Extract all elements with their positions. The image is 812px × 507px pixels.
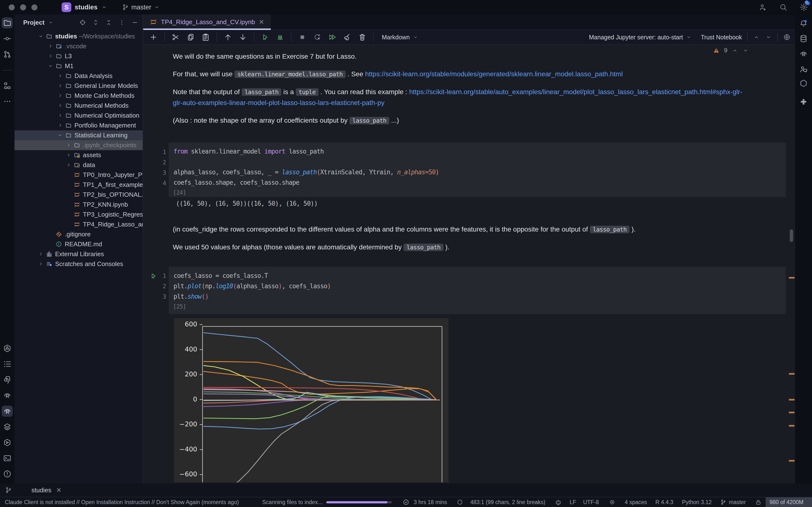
- tree-item-tp1-a-first-example-ipynb[interactable]: TP1_A_first_example.ipynb: [14, 180, 143, 190]
- debug-cell-button[interactable]: [276, 33, 284, 41]
- tree-item-m1[interactable]: M1: [14, 61, 143, 71]
- globe-icon[interactable]: [783, 33, 791, 41]
- stripe-services-icon[interactable]: [2, 437, 13, 448]
- delete-cell-button[interactable]: [358, 33, 366, 41]
- tree-item-portfolio-management[interactable]: Portfolio Management: [14, 120, 143, 130]
- warning-stripe-mark[interactable]: [789, 412, 795, 413]
- ai-status-icon[interactable]: [555, 499, 562, 506]
- git-branch-icon[interactable]: [5, 487, 12, 494]
- line-separator[interactable]: LF: [570, 497, 576, 507]
- stop-kernel-button[interactable]: [298, 33, 306, 41]
- add-cell-button[interactable]: [149, 33, 158, 41]
- move-up-button[interactable]: [224, 33, 232, 41]
- tree-item-tp3-logistic-regression-and-more-ipynb[interactable]: TP3_Logistic_Regression_and_more.ipynb: [14, 210, 143, 219]
- search-icon[interactable]: [779, 3, 788, 11]
- tree-item-l3[interactable]: L3: [14, 51, 143, 61]
- stripe-ai-chat-icon[interactable]: [798, 64, 809, 75]
- add-user-icon[interactable]: [759, 3, 767, 11]
- stripe-python-icon[interactable]: [2, 374, 13, 385]
- indent-style[interactable]: 4 spaces: [625, 497, 647, 507]
- project-widget[interactable]: S studies: [62, 2, 107, 12]
- highlighting-level-icon[interactable]: [609, 499, 615, 505]
- clear-outputs-button[interactable]: [343, 33, 351, 41]
- tree-item--gitignore[interactable]: .gitignore: [14, 229, 143, 239]
- stripe-terminal-icon[interactable]: [2, 453, 13, 464]
- tree-item-data-analysis[interactable]: Data Analysis: [14, 71, 143, 81]
- r-version[interactable]: R 4.4.3: [655, 497, 673, 507]
- tree-item-tp0-intro-jupyter-python-ipynb[interactable]: TP0_Intro_Jupyter_Python.ipynb: [14, 170, 143, 180]
- unlock-icon[interactable]: [755, 497, 761, 507]
- tree-item-statistical-learning[interactable]: Statistical Learning: [14, 130, 143, 140]
- more-icon[interactable]: [118, 19, 125, 26]
- code-line[interactable]: alphas_lasso, coefs_lasso, _ = lasso_pat…: [169, 167, 785, 177]
- close-icon[interactable]: ✕: [56, 487, 61, 494]
- status-message[interactable]: Claude Client is not installed // Open I…: [5, 497, 239, 507]
- code-line[interactable]: coefs_lasso.shape, coefs_lasso.shape: [169, 177, 785, 188]
- tree-item--vscode[interactable]: .vscode: [14, 41, 143, 51]
- close-tab-icon[interactable]: ✕: [259, 18, 264, 26]
- locate-icon[interactable]: [79, 19, 86, 26]
- run-cell-gutter-icon[interactable]: [150, 272, 157, 280]
- run-all-button[interactable]: [328, 33, 337, 41]
- tree-item-numerical-methods[interactable]: Numerical Methods: [14, 101, 143, 111]
- stripe-hexagon-icon[interactable]: [798, 78, 809, 89]
- code-cell[interactable]: from sklearn.linear_model import lasso_p…: [169, 143, 785, 197]
- next-cell-button[interactable]: [765, 34, 772, 41]
- warning-stripe-mark[interactable]: [789, 460, 795, 462]
- move-down-button[interactable]: [239, 33, 247, 41]
- code-cell[interactable]: coefs_lasso = coefs_lasso.Tplt.plot(np.l…: [169, 267, 785, 314]
- warning-stripe-mark[interactable]: [789, 425, 795, 427]
- cut-cell-button[interactable]: [171, 33, 180, 41]
- maximize-window-button[interactable]: [32, 4, 38, 10]
- editor-tab-active[interactable]: TP4_Ridge_Lasso_and_CV.ipynb ✕: [143, 14, 271, 30]
- stripe-r-console-icon[interactable]: R: [2, 390, 13, 401]
- warning-stripe-mark[interactable]: [789, 399, 795, 400]
- notebook-content[interactable]: 9 We will do the same questions as in Ex…: [143, 45, 795, 483]
- copy-cell-button[interactable]: [187, 33, 195, 41]
- tree-item-scratches-and-consoles[interactable]: Scratches and Consoles: [14, 259, 143, 269]
- trust-notebook-button[interactable]: Trust Notebook: [701, 34, 742, 41]
- markdown-cell[interactable]: (in coefs_ridge the rows corresponded to…: [173, 224, 765, 260]
- stripe-todo-icon[interactable]: [2, 358, 13, 370]
- tree-item-tp2-knn-ipynb[interactable]: TP2_KNN.ipynb: [14, 200, 143, 210]
- caret-position[interactable]: 483:1 (99 chars, 2 line breaks): [470, 497, 546, 507]
- tree-item-numerical-optimisation[interactable]: Numerical Optimisation: [14, 111, 143, 120]
- tree-item-readme-md[interactable]: README.md: [14, 239, 143, 249]
- run-cell-button[interactable]: [261, 33, 269, 41]
- tree-item-general-linear-models[interactable]: General Linear Models: [14, 81, 143, 91]
- hexagon-icon[interactable]: [457, 497, 463, 507]
- stripe-database-icon[interactable]: [798, 33, 809, 44]
- project-panel-title[interactable]: Project: [23, 19, 45, 26]
- code-line[interactable]: coefs_lasso = coefs_lasso.T: [169, 271, 785, 281]
- stripe-plugin-icon[interactable]: [798, 97, 809, 108]
- expand-all-icon[interactable]: [92, 19, 99, 26]
- toolwindow-tab-studies[interactable]: studies ✕: [32, 487, 61, 494]
- code-line[interactable]: from sklearn.linear_model import lasso_p…: [169, 146, 785, 157]
- stripe-problems-icon[interactable]: [2, 468, 13, 480]
- collapse-all-icon[interactable]: [105, 19, 112, 26]
- restart-kernel-button[interactable]: [313, 33, 321, 41]
- stripe-r-tools-icon[interactable]: R: [2, 406, 13, 417]
- chevron-down-icon[interactable]: [765, 34, 772, 41]
- code-line[interactable]: plt.show(): [169, 291, 785, 302]
- previous-cell-button[interactable]: [753, 34, 760, 41]
- warning-stripe-mark[interactable]: [789, 373, 795, 375]
- hide-icon[interactable]: [132, 19, 138, 26]
- markdown-link[interactable]: https://scikit-learn.org/stable/auto_exa…: [409, 88, 743, 96]
- stripe-pull-request-icon[interactable]: [2, 49, 13, 60]
- tree-item-studies[interactable]: studies ~/Workspace/studies: [14, 32, 143, 41]
- add-user-button[interactable]: [759, 3, 767, 11]
- ai-status-icon[interactable]: [555, 497, 562, 507]
- vcs-widget[interactable]: master: [720, 497, 746, 507]
- tree-item-assets[interactable]: assets: [14, 150, 143, 160]
- settings-button[interactable]: [800, 3, 808, 12]
- stripe-ai-assistant-icon[interactable]: [2, 343, 13, 354]
- hexagon-icon[interactable]: [457, 499, 463, 505]
- tree-item-external-libraries[interactable]: External Libraries: [14, 249, 143, 259]
- markdown-link[interactable]: glr-auto-examples-linear-model-plot-lass…: [173, 99, 385, 107]
- cell-type-dropdown[interactable]: Markdown: [382, 34, 418, 41]
- stripe-structure-icon[interactable]: [2, 80, 13, 91]
- search-button[interactable]: [779, 3, 788, 11]
- warning-stripe-mark[interactable]: [789, 277, 795, 279]
- session-time[interactable]: 3 hrs 18 mins: [414, 497, 447, 507]
